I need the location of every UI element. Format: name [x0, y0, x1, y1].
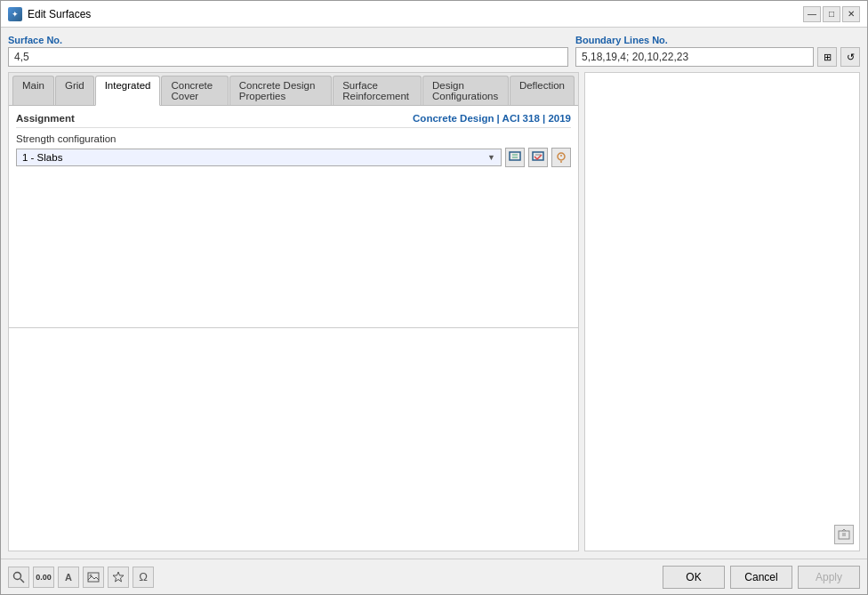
tab-concrete-cover[interactable]: Concrete Cover [161, 76, 228, 105]
tab-deflection[interactable]: Deflection [510, 76, 575, 105]
tab-design-configurations[interactable]: Design Configurations [422, 76, 509, 105]
config-icon-1[interactable] [505, 148, 525, 167]
svg-rect-0 [510, 152, 520, 160]
upper-content: Assignment Concrete Design | ACI 318 | 2… [9, 106, 578, 328]
svg-point-11 [14, 572, 21, 579]
tab-concrete-design-properties[interactable]: Concrete Design Properties [229, 76, 332, 105]
title-controls: — □ ✕ [803, 6, 860, 22]
surface-no-label: Surface No. [8, 35, 568, 45]
lower-content [9, 328, 578, 551]
config-icon-2[interactable] [528, 148, 548, 167]
toolbar-omega-icon[interactable]: Ω [133, 567, 154, 588]
main-panel: Main Grid Integrated Concrete Cover Conc… [8, 72, 860, 551]
top-fields: Surface No. Boundary Lines No. ⊞ ↺ [8, 35, 860, 67]
action-buttons: OK Cancel Apply [663, 566, 860, 589]
right-panel [584, 72, 860, 551]
toolbar-search-icon[interactable] [8, 567, 29, 588]
svg-line-12 [20, 579, 24, 583]
strength-config-row: Strength configuration 1 - Slabs ▼ [16, 133, 571, 167]
section-subtitle: Concrete Design | ACI 318 | 2019 [413, 113, 571, 124]
title-bar: ✦ Edit Surfaces — □ ✕ [1, 1, 867, 28]
toolbar-image-icon[interactable] [83, 567, 104, 588]
window-title: Edit Surfaces [28, 8, 91, 20]
boundary-lines-label: Boundary Lines No. [575, 35, 860, 45]
minimize-button[interactable]: — [803, 6, 821, 22]
boundary-select-icon[interactable]: ⊞ [817, 47, 837, 67]
boundary-input-row: ⊞ ↺ [575, 47, 860, 67]
main-window: ✦ Edit Surfaces — □ ✕ Surface No. Bounda… [0, 0, 868, 595]
ok-button[interactable]: OK [663, 566, 725, 589]
content-area: Surface No. Boundary Lines No. ⊞ ↺ Main … [1, 28, 867, 559]
tab-surface-reinforcement[interactable]: Surface Reinforcement [333, 76, 422, 105]
surface-no-input[interactable] [8, 47, 568, 67]
tab-integrated[interactable]: Integrated [95, 76, 161, 106]
right-panel-bottom [585, 519, 859, 551]
toolbar-number-icon[interactable]: 0.00 [33, 567, 54, 588]
tab-bar: Main Grid Integrated Concrete Cover Conc… [9, 73, 578, 106]
maximize-button[interactable]: □ [823, 6, 840, 22]
tab-content-panel: Assignment Concrete Design | ACI 318 | 2… [9, 106, 578, 551]
toolbar-star-icon[interactable] [108, 567, 129, 588]
strength-config-controls: 1 - Slabs ▼ [16, 148, 571, 167]
section-header: Assignment Concrete Design | ACI 318 | 2… [16, 113, 571, 128]
toolbar-text-icon[interactable]: A [58, 567, 79, 588]
apply-button[interactable]: Apply [798, 566, 860, 589]
app-icon: ✦ [8, 7, 22, 21]
strength-config-label: Strength configuration [16, 133, 571, 144]
tab-grid[interactable]: Grid [55, 76, 94, 105]
svg-rect-13 [88, 573, 99, 582]
bottom-toolbar: 0.00 A Ω OK Cancel Apply [1, 559, 867, 594]
cancel-button[interactable]: Cancel [730, 566, 792, 589]
title-bar-left: ✦ Edit Surfaces [8, 7, 91, 21]
svg-point-7 [560, 155, 562, 157]
svg-marker-15 [113, 572, 124, 582]
right-panel-bottom-icon[interactable] [834, 525, 854, 544]
right-panel-body [585, 73, 859, 519]
tab-content: Assignment Concrete Design | ACI 318 | 2… [9, 106, 578, 174]
strength-config-dropdown[interactable]: 1 - Slabs ▼ [16, 149, 502, 166]
surface-no-group: Surface No. [8, 35, 568, 67]
tab-main[interactable]: Main [12, 76, 54, 105]
section-title: Assignment [16, 113, 75, 124]
boundary-lines-input[interactable] [575, 47, 814, 67]
dropdown-value: 1 - Slabs [22, 152, 62, 163]
boundary-lines-group: Boundary Lines No. ⊞ ↺ [575, 35, 860, 67]
chevron-down-icon: ▼ [487, 153, 495, 162]
boundary-refresh-icon[interactable]: ↺ [840, 47, 860, 67]
close-button[interactable]: ✕ [842, 6, 860, 22]
left-panel: Main Grid Integrated Concrete Cover Conc… [8, 72, 579, 551]
config-icon-3[interactable] [551, 148, 571, 167]
